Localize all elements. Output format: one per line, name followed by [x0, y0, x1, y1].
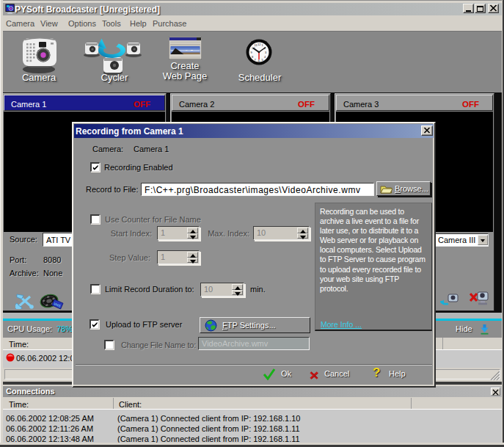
svg-text:12: 12 — [258, 43, 261, 46]
